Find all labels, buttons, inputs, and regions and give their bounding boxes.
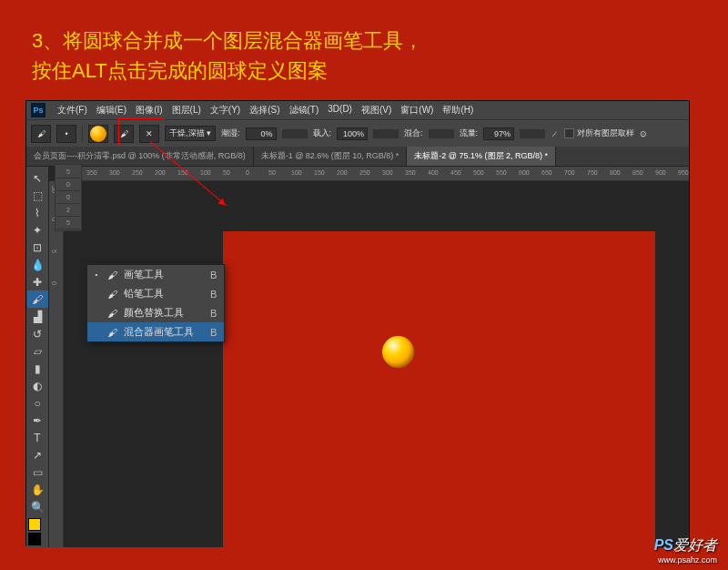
brush-tool-flyout: •🖌画笔工具B🖌铅笔工具B🖌颜色替换工具B🖌混合器画笔工具B — [86, 264, 225, 342]
shortcut-label: B — [210, 308, 217, 319]
tool-label: 铅笔工具 — [124, 287, 194, 300]
brush-tool[interactable]: 🖌 — [27, 290, 48, 308]
opacity-slider[interactable] — [282, 129, 308, 138]
flow-label: 流量: — [460, 127, 479, 139]
heal-tool[interactable]: ✚ — [27, 273, 48, 290]
flow-input[interactable]: 97% — [483, 127, 514, 140]
orange-sphere — [382, 336, 414, 368]
flow-slider[interactable] — [520, 129, 545, 138]
tool-flyout-item[interactable]: 🖌混合器画笔工具B — [87, 322, 224, 341]
path-tool[interactable]: ↗ — [27, 447, 48, 464]
menu-item[interactable]: 视图(V) — [357, 104, 396, 117]
document-tab[interactable]: 会员页面----积分清零.psd @ 100% (非常活动感谢, RGB/8) — [26, 147, 254, 166]
document-tab[interactable]: 未标题-1 @ 82.6% (图层 10, RGB/8) * — [254, 147, 408, 166]
mini-ruler-panel: 50025 — [55, 164, 82, 231]
canvas-area[interactable] — [64, 181, 689, 547]
shape-tool[interactable]: ▭ — [27, 464, 48, 482]
toolbox: ↖⬚⌇✦⊡💧✚🖌▟↺▱▮◐○✒T↗▭✋🔍 — [26, 167, 49, 547]
wand-tool[interactable]: ✦ — [27, 221, 48, 239]
selected-dot-icon: • — [93, 270, 100, 279]
gradient-tool[interactable]: ▮ — [27, 361, 48, 378]
opacity-input[interactable]: 0% — [246, 127, 277, 140]
options-bar: 🖌 • 🖌 ✕ 干燥,深描 ▾ 潮湿: 0% 载入: 100% 混合: 流量: … — [26, 119, 689, 147]
eraser-tool[interactable]: ▱ — [27, 342, 48, 360]
menu-item[interactable]: 窗口(W) — [396, 104, 438, 117]
foreground-color[interactable] — [28, 518, 41, 531]
workspace: ↖⬚⌇✦⊡💧✚🖌▟↺▱▮◐○✒T↗▭✋🔍 4003503002502001501… — [26, 167, 689, 547]
document-canvas[interactable] — [223, 231, 655, 547]
eyedrop-tool[interactable]: 💧 — [27, 256, 48, 273]
shortcut-label: B — [210, 327, 217, 338]
opacity-label: 潮湿: — [221, 127, 240, 139]
sample-all-layers-checkbox[interactable]: 对所有图层取样 — [564, 127, 634, 139]
colorreplace-icon: 🖌 — [104, 306, 120, 320]
crop-tool[interactable]: ⊡ — [27, 239, 48, 256]
tool-preset-icon[interactable]: 🖌 — [31, 125, 51, 143]
menu-item[interactable]: 文件(F) — [53, 104, 92, 117]
menu-item[interactable]: 选择(S) — [245, 104, 284, 117]
mixer-icon: 🖌 — [104, 325, 120, 339]
shortcut-label: B — [210, 289, 217, 300]
stamp-tool[interactable]: ▟ — [27, 308, 48, 325]
marquee-tool[interactable]: ⬚ — [27, 187, 48, 204]
load-label: 载入: — [313, 127, 332, 139]
menu-item[interactable]: 编辑(E) — [92, 104, 131, 117]
watermark: PS爱好者 www.psahz.com — [654, 536, 717, 565]
tablet-pressure-icon[interactable]: ⊙ — [640, 129, 647, 138]
mix-label: 混合: — [404, 127, 423, 139]
menu-item[interactable]: 3D(D) — [323, 104, 357, 117]
tool-label: 混合器画笔工具 — [124, 325, 194, 339]
mix-slider[interactable] — [429, 129, 454, 138]
tool-label: 画笔工具 — [124, 268, 194, 281]
tool-flyout-item[interactable]: 🖌铅笔工具B — [87, 284, 224, 303]
ps-logo-icon: Ps — [31, 103, 46, 117]
current-load-icon[interactable] — [88, 125, 108, 143]
menu-item[interactable]: 帮助(H) — [438, 104, 478, 117]
text-tool[interactable]: T — [27, 430, 48, 447]
load-slider[interactable] — [373, 129, 399, 138]
hand-tool[interactable]: ✋ — [27, 482, 48, 499]
blur-tool[interactable]: ◐ — [27, 378, 48, 395]
menu-item[interactable]: 滤镜(T) — [285, 104, 324, 117]
pencil-icon: 🖌 — [104, 287, 120, 300]
tool-flyout-item[interactable]: 🖌颜色替换工具B — [87, 303, 224, 322]
menu-item[interactable]: 图像(I) — [131, 104, 167, 117]
tool-label: 颜色替换工具 — [124, 306, 194, 320]
tool-flyout-item[interactable]: •🖌画笔工具B — [87, 265, 224, 284]
mode-dropdown[interactable]: 干燥,深描 ▾ — [165, 126, 216, 141]
history-tool[interactable]: ↺ — [27, 325, 48, 342]
brush-preset-icon[interactable]: • — [56, 125, 76, 143]
airbrush-icon[interactable]: ⟋ — [551, 129, 559, 138]
pen-tool[interactable]: ✒ — [27, 412, 48, 430]
instruction-text: 3、将圆球合并成一个图层混合器画笔工具， 按住ALT点击完成的圆球定义图案 — [0, 0, 728, 95]
background-color[interactable] — [28, 533, 41, 545]
menu-bar: Ps 文件(F)编辑(E)图像(I)图层(L)文字(Y)选择(S)滤镜(T)3D… — [26, 101, 689, 119]
brush-icon[interactable]: 🖌 — [114, 125, 134, 143]
zoom-tool[interactable]: 🔍 — [27, 499, 48, 516]
shortcut-label: B — [210, 270, 217, 280]
dodge-tool[interactable]: ○ — [27, 395, 48, 412]
load-input[interactable]: 100% — [337, 127, 368, 140]
document-tab[interactable]: 未标题-2 @ 75.1% (图层 2, RGB/8) * — [407, 147, 556, 166]
document-tabs: 会员页面----积分清零.psd @ 100% (非常活动感谢, RGB/8)未… — [26, 147, 689, 167]
clean-brush-icon[interactable]: ✕ — [139, 125, 159, 143]
move-tool[interactable]: ↖ — [27, 169, 48, 187]
menu-item[interactable]: 文字(Y) — [206, 104, 245, 117]
menu-item[interactable]: 图层(L) — [167, 104, 206, 117]
horizontal-ruler: 4003503002502001501005005010015020025030… — [64, 167, 689, 181]
lasso-tool[interactable]: ⌇ — [27, 204, 48, 221]
vertical-ruler: 50050 — [49, 181, 64, 547]
brush-icon: 🖌 — [104, 268, 120, 281]
